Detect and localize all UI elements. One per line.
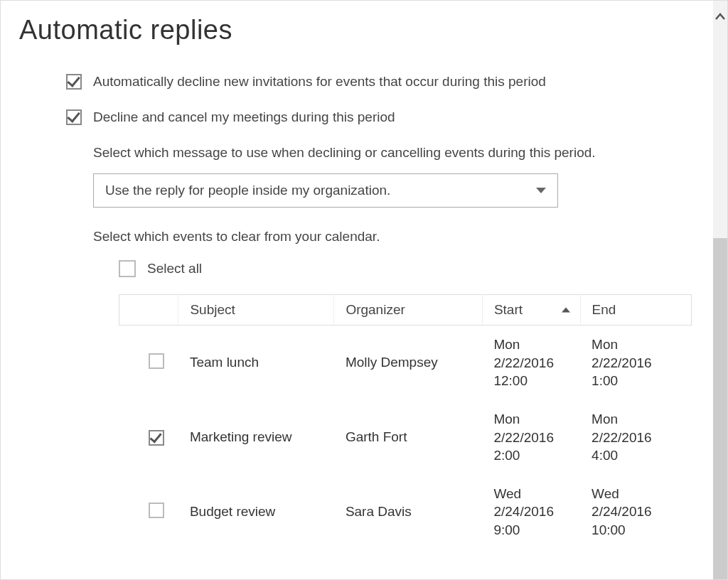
row-organizer: Garth Fort — [334, 400, 483, 475]
row-checkbox-cell — [119, 475, 178, 549]
scroll-track[interactable] — [713, 33, 727, 238]
row-start: Mon2/22/201612:00 — [482, 326, 580, 400]
column-start[interactable]: Start — [482, 295, 580, 326]
select-all-checkbox[interactable] — [119, 260, 136, 277]
row-organizer: Sara Davis — [334, 475, 483, 549]
row-start: Mon2/22/20162:00 — [482, 400, 580, 475]
table-row: Team lunchMolly DempseyMon2/22/201612:00… — [119, 326, 692, 400]
decline-cancel-label: Decline and cancel my meetings during th… — [93, 109, 395, 125]
column-start-label: Start — [494, 302, 523, 317]
scroll-up-button[interactable] — [713, 1, 727, 33]
row-end: Mon2/22/20161:00 — [580, 326, 691, 400]
events-instruction: Select which events to clear from your c… — [93, 229, 685, 245]
chevron-down-icon — [536, 188, 546, 193]
row-subject: Team lunch — [178, 326, 334, 400]
events-table: Subject Organizer Start End Team lunchMo… — [119, 294, 692, 549]
message-select[interactable]: Use the reply for people inside my organ… — [93, 173, 558, 208]
message-select-value: Use the reply for people inside my organ… — [105, 183, 390, 198]
decline-cancel-checkbox[interactable] — [66, 109, 82, 125]
select-all-label: Select all — [147, 261, 202, 276]
message-instruction: Select which message to use when declini… — [93, 145, 685, 161]
decline-new-checkbox[interactable] — [66, 74, 82, 90]
column-organizer[interactable]: Organizer — [334, 295, 483, 326]
select-all-row: Select all — [119, 260, 685, 277]
row-checkbox[interactable] — [149, 353, 164, 369]
sort-asc-icon — [562, 308, 570, 313]
row-start: Wed2/24/20169:00 — [482, 475, 580, 549]
row-end: Mon2/22/20164:00 — [580, 400, 691, 475]
page-title: Automatic replies — [19, 15, 685, 45]
row-checkbox-cell — [119, 400, 178, 475]
column-subject[interactable]: Subject — [178, 295, 334, 326]
row-organizer: Molly Dempsey — [334, 326, 483, 400]
table-row: Marketing reviewGarth FortMon2/22/20162:… — [119, 400, 692, 475]
row-checkbox[interactable] — [149, 430, 164, 446]
row-subject: Budget review — [178, 475, 334, 549]
row-subject: Marketing review — [178, 400, 334, 475]
row-checkbox[interactable] — [149, 503, 164, 518]
scroll-thumb[interactable] — [713, 238, 727, 579]
row-end: Wed2/24/201610:00 — [580, 475, 691, 549]
vertical-scrollbar[interactable] — [713, 1, 727, 579]
option-decline-cancel-row: Decline and cancel my meetings during th… — [66, 109, 685, 125]
table-row: Budget reviewSara DavisWed2/24/20169:00W… — [119, 475, 692, 549]
row-checkbox-cell — [119, 326, 178, 400]
chevron-up-icon — [714, 11, 726, 23]
decline-new-label: Automatically decline new invitations fo… — [93, 74, 546, 90]
option-decline-new-row: Automatically decline new invitations fo… — [66, 74, 685, 90]
column-checkbox[interactable] — [119, 295, 178, 326]
column-end[interactable]: End — [580, 295, 691, 326]
